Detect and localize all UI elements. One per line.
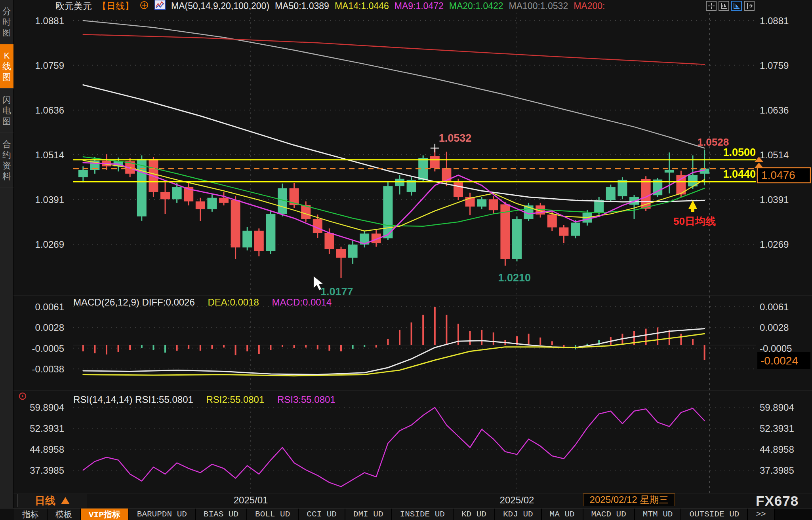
macd-header: MACD(26,12,9) DIFF:0.0026 DEA:0.0018 MAC… — [73, 297, 342, 308]
tab-bias-ud[interactable]: BIAS_UD — [196, 509, 247, 520]
svg-text:1.0391: 1.0391 — [760, 194, 789, 205]
svg-text:0.0028: 0.0028 — [760, 322, 789, 333]
tab-boll-ud[interactable]: BOLL_UD — [247, 509, 299, 520]
svg-text:1.0759: 1.0759 — [35, 60, 64, 71]
svg-text:1.0391: 1.0391 — [35, 194, 64, 205]
ma200-value: MA200: — [574, 1, 605, 11]
svg-text:1.0500: 1.0500 — [723, 146, 756, 158]
svg-text:-0.0005: -0.0005 — [760, 343, 792, 354]
chart-type-sidebar: 分时图 K线图 闪电图 合约资料 — [0, 0, 13, 508]
svg-text:52.3931: 52.3931 — [30, 423, 64, 434]
toolbar-filler — [775, 509, 812, 520]
tab-barupdn-ud[interactable]: BARUPDN_UD — [129, 509, 196, 520]
sidebar-item-lightning-chart[interactable]: 闪电图 — [0, 89, 13, 133]
macd-diff-label: MACD(26,12,9) DIFF:0.0026 — [73, 297, 195, 307]
tab-indicators[interactable]: 指标 — [14, 509, 48, 520]
ma50-value: MA50:1.0389 — [275, 1, 329, 11]
triangle-up-icon — [61, 497, 70, 504]
tab-more[interactable]: >> — [748, 509, 774, 520]
sidebar-item-time-chart[interactable]: 分时图 — [0, 0, 13, 44]
period-title: 【日线】 — [97, 0, 134, 12]
toolbar-corner — [0, 509, 14, 520]
rsi-header: RSI(14,14,14) RSI1:55.0801 RSI2:55.0801 … — [73, 394, 346, 405]
period-selector-label: 日线 — [35, 494, 55, 508]
svg-text:44.8958: 44.8958 — [760, 444, 794, 455]
svg-text:52.3931: 52.3931 — [760, 423, 794, 434]
period-selector[interactable]: 日线 — [17, 494, 87, 507]
ma-settings-label: MA(50,14,9,20,100,200) — [171, 1, 269, 11]
svg-text:37.3985: 37.3985 — [760, 465, 794, 476]
svg-text:50日均线: 50日均线 — [673, 215, 716, 227]
svg-text:0.0061: 0.0061 — [760, 302, 789, 312]
tab-inside-ud[interactable]: INSIDE_UD — [392, 509, 454, 520]
tab-macd-ud[interactable]: MACD_UD — [583, 509, 635, 520]
svg-text:-0.0024: -0.0024 — [761, 355, 798, 367]
tab-kdj-ud[interactable]: KDJ_UD — [495, 509, 542, 520]
svg-text:1.0881: 1.0881 — [760, 15, 789, 26]
svg-text:-0.0038: -0.0038 — [32, 364, 64, 374]
axis-compress-icon[interactable] — [719, 1, 729, 11]
sidebar-item-kline-chart[interactable]: K线图 — [0, 44, 13, 89]
mini-chart-icon[interactable] — [154, 0, 166, 12]
svg-text:1.0636: 1.0636 — [35, 105, 64, 116]
ma9-value: MA9:1.0472 — [395, 1, 444, 11]
tab-outside-ud[interactable]: OUTSIDE_UD — [681, 509, 748, 520]
tab-ma-ud[interactable]: MA_UD — [542, 509, 583, 520]
ma20-value: MA20:1.0422 — [449, 1, 503, 11]
trading-terminal: 1.08811.08811.07591.07591.06361.06361.05… — [0, 0, 812, 520]
rsi1-label: RSI(14,14,14) RSI1:55.0801 — [73, 394, 193, 405]
svg-text:1.0177: 1.0177 — [320, 286, 353, 298]
tab-dmi-ud[interactable]: DMI_UD — [345, 509, 392, 520]
indicator-toolbar: 指标 模板 VIP指标 BARUPDN_UD BIAS_UD BOLL_UD C… — [0, 508, 812, 520]
rsi3-label: RSI3:55.0801 — [277, 394, 335, 405]
record-dot-icon — [18, 392, 27, 402]
symbol-title: 欧元美元 — [55, 0, 92, 12]
svg-text:59.8904: 59.8904 — [760, 402, 794, 413]
svg-text:1.0210: 1.0210 — [498, 272, 531, 284]
svg-text:-0.0005: -0.0005 — [32, 343, 64, 354]
ma100-value: MA100:1.0532 — [509, 1, 568, 11]
tab-kd-ud[interactable]: KD_UD — [454, 509, 495, 520]
sidebar-item-contract-info[interactable]: 合约资料 — [0, 133, 13, 188]
svg-text:1.0514: 1.0514 — [35, 150, 64, 160]
crosshair-date-box: 2025/02/12 星期三 — [583, 493, 675, 506]
axis-shift-icon[interactable] — [744, 1, 755, 11]
svg-text:0.0061: 0.0061 — [35, 302, 64, 312]
svg-text:2025/02: 2025/02 — [500, 495, 534, 505]
ma14-value: MA14:1.0446 — [335, 1, 389, 11]
axis-play-icon[interactable] — [731, 1, 742, 11]
svg-text:1.0269: 1.0269 — [35, 239, 64, 250]
svg-text:1.0528: 1.0528 — [698, 136, 729, 148]
chart-toolbar-icons — [706, 1, 755, 11]
macd-value-label: MACD:0.0014 — [272, 297, 332, 307]
svg-text:1.0440: 1.0440 — [723, 168, 756, 180]
chart-canvas[interactable]: 1.08811.08811.07591.07591.06361.06361.05… — [0, 0, 812, 520]
svg-text:1.0476: 1.0476 — [761, 169, 795, 181]
tab-mtm-ud[interactable]: MTM_UD — [635, 509, 682, 520]
brand-logo: FX678 — [756, 493, 799, 509]
tab-templates[interactable]: 模板 — [48, 509, 81, 520]
svg-text:1.0881: 1.0881 — [35, 15, 64, 26]
tab-vip-indicators[interactable]: VIP指标 — [81, 509, 129, 520]
svg-text:1.0532: 1.0532 — [439, 132, 472, 144]
svg-text:1.0636: 1.0636 — [760, 105, 789, 116]
crosshair-icon[interactable] — [706, 1, 717, 11]
tab-cci-ud[interactable]: CCI_UD — [299, 509, 345, 520]
svg-text:59.8904: 59.8904 — [30, 402, 64, 413]
svg-text:1.0514: 1.0514 — [760, 150, 789, 160]
svg-text:2025/01: 2025/01 — [234, 495, 268, 505]
rsi2-label: RSI2:55.0801 — [206, 394, 265, 405]
svg-text:44.8958: 44.8958 — [30, 444, 64, 455]
svg-text:37.3985: 37.3985 — [30, 465, 64, 476]
circle-plus-icon[interactable] — [139, 0, 149, 12]
svg-text:0.0028: 0.0028 — [35, 322, 64, 333]
svg-text:1.0269: 1.0269 — [760, 239, 789, 250]
macd-dea-label: DEA:0.0018 — [208, 297, 259, 307]
svg-text:1.0759: 1.0759 — [760, 60, 789, 71]
chart-header: 欧元美元 【日线】 MA(50,14,9,20,100,200) MA50:1.… — [55, 0, 605, 12]
